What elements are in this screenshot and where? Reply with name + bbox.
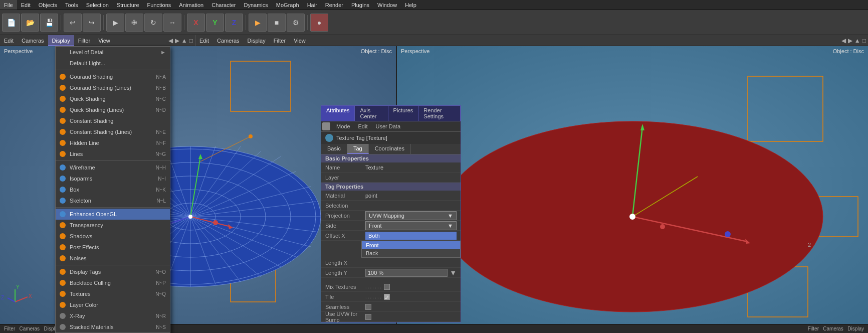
tab-pictures[interactable]: Pictures [388,106,419,121]
menu-quick-shading-lines[interactable]: Quick Shading (Lines) N~D [56,104,170,115]
maximize-icon2[interactable]: □ [862,37,866,44]
uvw-checkbox[interactable] [365,314,371,320]
menu-level-of-detail[interactable]: Level of Detail ► [56,47,170,58]
menu-hidden-line[interactable]: Hidden Line N~F [56,137,170,148]
menu-skeleton[interactable]: Skeleton N~L [56,195,170,206]
menu-render[interactable]: Render [321,0,347,10]
menu-mograph[interactable]: MoGraph [272,0,303,10]
nav-icon-up2[interactable]: ▲ [854,37,860,44]
select-tool[interactable]: ▶ [106,14,124,32]
tab-attributes[interactable]: Attributes [321,106,355,121]
menu-functions[interactable]: Functions [143,0,175,10]
nav-tab-basic[interactable]: Basic [321,144,347,154]
menu-help[interactable]: Help [401,0,420,10]
render-settings-btn[interactable]: ⚙ [287,14,305,32]
menu-objects[interactable]: Objects [35,0,61,10]
menu-tools[interactable]: Tools [61,0,82,10]
menu-window[interactable]: Window [373,0,401,10]
menu-gouraud-shading[interactable]: Gouraud Shading N~A [56,71,170,82]
st-view-right[interactable]: View [290,35,310,46]
menu-dynamics[interactable]: Dynamics [240,0,272,10]
menu-quick-shading[interactable]: Quick Shading N~C [56,93,170,104]
st-display-left[interactable]: Display [48,35,74,46]
menu-gouraud-lines[interactable]: Gouraud Shading (Lines) N~B [56,82,170,93]
side-dropdown[interactable]: Front ▼ [365,221,457,230]
menu-box[interactable]: Box N~K [56,184,170,195]
render-btn[interactable]: ▶ [249,14,267,32]
menu-wireframe[interactable]: Wireframe N~H [56,162,170,173]
attr-material-value[interactable]: point [365,193,457,199]
seamless-checkbox[interactable] [365,304,371,310]
x-axis-btn[interactable]: X [187,14,205,32]
tab-render-settings[interactable]: Render Settings [418,106,461,121]
st-edit-right[interactable]: Edit [195,35,213,46]
menu-textures[interactable]: Textures N~Q [56,288,170,299]
tile-checkbox[interactable]: ✓ [384,294,390,300]
rotate-tool[interactable]: ↻ [144,14,162,32]
new-button[interactable]: 📄 [2,14,20,32]
menu-constant-lines[interactable]: Constant Shading (Lines) N~E [56,126,170,137]
subtab-edit[interactable]: Edit [354,122,372,130]
menu-shadows[interactable]: Shadows [56,231,170,242]
redo-button[interactable]: ↪ [83,14,101,32]
projection-value[interactable]: UVW Mapping ▼ [365,211,457,220]
menu-noises[interactable]: Noises [56,253,170,264]
menu-edit[interactable]: Edit [17,0,35,10]
nav-icon-right2[interactable]: ▶ [848,37,852,44]
menu-stacked-materials[interactable]: Stacked Materials N~S [56,321,170,332]
st-cameras-left[interactable]: Cameras [18,35,48,46]
menu-enhanced-opengl[interactable]: Enhanced OpenGL [56,209,170,220]
side-open-option-both[interactable]: Both [365,232,457,240]
lengthy-input[interactable] [365,269,448,277]
lengthy-spinner-up[interactable]: ▼ [450,269,457,277]
menu-backface-culling[interactable]: Backface Culling N~P [56,277,170,288]
render-active[interactable]: ● [310,14,328,32]
save-button[interactable]: 💾 [40,14,58,32]
menu-character[interactable]: Character [207,0,240,10]
maximize-icon[interactable]: □ [189,37,193,44]
open-button[interactable]: 📂 [21,14,39,32]
y-axis-btn[interactable]: Y [206,14,224,32]
menu-plugins[interactable]: Plugins [347,0,373,10]
nav-tab-coordinates[interactable]: Coordinates [369,144,411,154]
menu-display-tags[interactable]: Display Tags N~O [56,266,170,277]
mix-checkbox[interactable] [384,284,390,290]
scale-tool[interactable]: ↔ [163,14,181,32]
nav-icon-right[interactable]: ▶ [175,37,179,44]
menu-constant-shading[interactable]: Constant Shading [56,115,170,126]
menu-default-light[interactable]: Default Light... [56,58,170,69]
z-axis-btn[interactable]: Z [225,14,243,32]
move-tool[interactable]: ✙ [125,14,143,32]
nav-icon-up[interactable]: ▲ [181,37,187,44]
tab-axis-center[interactable]: Axis Center [355,106,388,121]
subtab-mode[interactable]: Mode [332,122,354,130]
menu-layer-color[interactable]: Layer Color [56,299,170,310]
render-region-btn[interactable]: ■ [268,14,286,32]
nav-tab-tag[interactable]: Tag [347,144,369,154]
menu-file[interactable]: File [0,0,17,10]
projection-dropdown[interactable]: UVW Mapping ▼ [365,211,457,220]
nav-icon-left[interactable]: ◀ [168,37,173,44]
side-option-front[interactable]: Front [362,241,460,249]
subtab-userdata[interactable]: User Data [372,122,405,130]
nav-icon-left2[interactable]: ◀ [841,37,846,44]
menu-hair[interactable]: Hair [303,0,321,10]
side-option-back[interactable]: Back [362,249,460,257]
st-edit-left[interactable]: Edit [0,35,18,46]
menu-structure[interactable]: Structure [113,0,143,10]
menu-transparency[interactable]: Transparency [56,220,170,231]
menu-lines[interactable]: Lines N~G [56,148,170,159]
menu-x-ray[interactable]: X-Ray N~R [56,310,170,321]
attr-name-value[interactable]: Texture [365,164,457,171]
menu-isoparms[interactable]: Isoparms N~I [56,173,170,184]
st-cameras-right[interactable]: Cameras [213,35,244,46]
st-display-right[interactable]: Display [244,35,270,46]
st-filter-left[interactable]: Filter [74,35,94,46]
menu-animation[interactable]: Animation [175,0,207,10]
st-view-left[interactable]: View [94,35,114,46]
viewport-right[interactable]: Perspective Object : Disc [397,46,868,324]
st-filter-right[interactable]: Filter [270,35,290,46]
menu-post-effects[interactable]: Post Effects [56,242,170,253]
menu-selection[interactable]: Selection [82,0,113,10]
undo-button[interactable]: ↩ [64,14,82,32]
